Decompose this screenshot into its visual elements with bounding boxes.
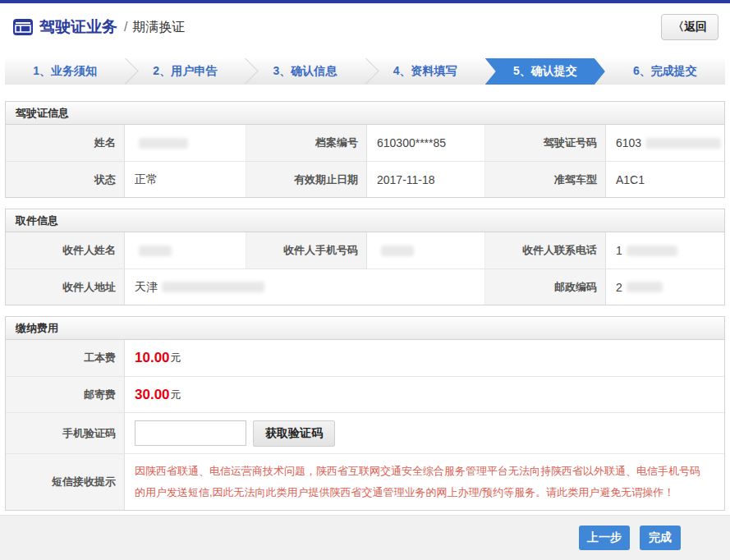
sms-code-input[interactable] — [135, 420, 246, 446]
production-fee-value: 10.00 元 — [125, 340, 724, 376]
sms-code-row: 获取验证码 — [125, 412, 724, 453]
postal-code-prefix: 2 — [616, 281, 622, 294]
section-title-license: 驾驶证信息 — [6, 102, 724, 125]
section-title-fees: 缴纳费用 — [6, 317, 724, 340]
recipient-phone-label: 收件人联系电话 — [485, 232, 606, 269]
recipient-name-value — [125, 232, 246, 269]
name-label: 姓名 — [6, 125, 125, 161]
license-number-value: 6103 — [606, 125, 724, 161]
recipient-mobile-label: 收件人手机号码 — [246, 232, 367, 269]
step-3-confirm-info: 3、确认信息 — [245, 58, 365, 85]
step-6-complete-submit: 6、完成提交 — [605, 58, 725, 85]
license-card-icon — [13, 19, 33, 35]
fees-section: 缴纳费用 工本费 10.00 元 邮寄费 30.00 元 手机验证码 获取验证码… — [5, 316, 725, 511]
vehicle-class-label: 准驾车型 — [485, 161, 606, 197]
production-fee-label: 工本费 — [6, 340, 125, 376]
breadcrumb-current: 期满换证 — [132, 19, 185, 36]
wizard-steps: 1、业务须知 2、用户申告 3、确认信息 4、资料填写 5、确认提交 6、完成提… — [5, 58, 725, 85]
step-label: 6、完成提交 — [633, 64, 697, 79]
production-fee-unit: 元 — [171, 351, 181, 365]
previous-step-button[interactable]: 上一步 — [579, 526, 630, 550]
redacted-postal-code — [627, 282, 663, 292]
step-label: 1、业务须知 — [33, 64, 97, 79]
sms-notice-text: 因陕西省联通、电信运营商技术问题，陕西省互联网交通安全综合服务管理平台无法向持陕… — [135, 461, 703, 503]
breadcrumb-separator: / — [124, 20, 127, 34]
recipient-phone-value: 1 — [606, 232, 724, 269]
status-value: 正常 — [125, 161, 246, 197]
status-label: 状态 — [6, 161, 125, 197]
page-title: 驾驶证业务 — [39, 16, 117, 38]
step-label: 4、资料填写 — [393, 64, 457, 79]
step-4-fill-materials: 4、资料填写 — [365, 58, 485, 85]
production-fee-amount: 10.00 — [135, 350, 170, 366]
step-label: 3、确认信息 — [273, 64, 337, 79]
sms-notice-row: 因陕西省联通、电信运营商技术问题，陕西省互联网交通安全综合服务管理平台无法向持陕… — [125, 453, 724, 510]
sms-code-label: 手机验证码 — [6, 412, 125, 453]
back-button[interactable]: 〈返回 — [661, 14, 719, 40]
step-label: 2、用户申告 — [153, 64, 217, 79]
recipient-address-prefix: 天津 — [135, 280, 158, 295]
redacted-recipient-mobile — [381, 246, 414, 256]
recipient-name-label: 收件人姓名 — [6, 232, 125, 269]
footer-action-bar: 上一步 完成 — [0, 515, 730, 560]
mailing-fee-label: 邮寄费 — [6, 376, 125, 412]
step-label: 5、确认提交 — [513, 64, 577, 79]
section-title-pickup: 取件信息 — [6, 209, 724, 232]
file-number-value: 610300****85 — [367, 125, 485, 161]
recipient-mobile-value — [367, 232, 485, 269]
mailing-fee-amount: 30.00 — [135, 387, 170, 403]
valid-until-value: 2017-11-18 — [367, 161, 485, 197]
license-number-label: 驾驶证号码 — [485, 125, 606, 161]
license-number-prefix: 6103 — [616, 136, 641, 149]
recipient-address-value: 天津 — [125, 269, 485, 305]
name-value — [125, 125, 246, 161]
mailing-fee-value: 30.00 元 — [125, 376, 724, 412]
step-1-business-notice: 1、业务须知 — [5, 58, 125, 85]
page-header: 驾驶证业务 / 期满换证 〈返回 — [0, 3, 730, 51]
step-2-user-declaration: 2、用户申告 — [125, 58, 245, 85]
sms-notice-label: 短信接收提示 — [6, 453, 125, 510]
mailing-fee-unit: 元 — [171, 388, 181, 402]
redacted-name — [139, 138, 188, 149]
step-5-confirm-submit-active: 5、确认提交 — [485, 58, 605, 85]
license-info-section: 驾驶证信息 姓名 档案编号 610300****85 驾驶证号码 6103 状态… — [5, 101, 725, 198]
redacted-recipient-address — [162, 282, 264, 292]
recipient-phone-prefix: 1 — [616, 244, 622, 257]
pickup-info-section: 取件信息 收件人姓名 收件人手机号码 收件人联系电话 1 收件人地址 天津 邮政… — [5, 209, 725, 305]
file-number-label: 档案编号 — [246, 125, 367, 161]
redacted-license-number — [645, 138, 721, 149]
finish-button[interactable]: 完成 — [640, 526, 681, 550]
get-sms-code-button[interactable]: 获取验证码 — [253, 420, 335, 447]
postal-code-label: 邮政编码 — [485, 269, 606, 305]
redacted-recipient-name — [139, 246, 172, 256]
valid-until-label: 有效期止日期 — [246, 161, 367, 197]
recipient-address-label: 收件人地址 — [6, 269, 125, 305]
redacted-recipient-phone — [627, 246, 677, 256]
postal-code-value: 2 — [606, 269, 724, 305]
vehicle-class-value: A1C1 — [606, 161, 724, 197]
